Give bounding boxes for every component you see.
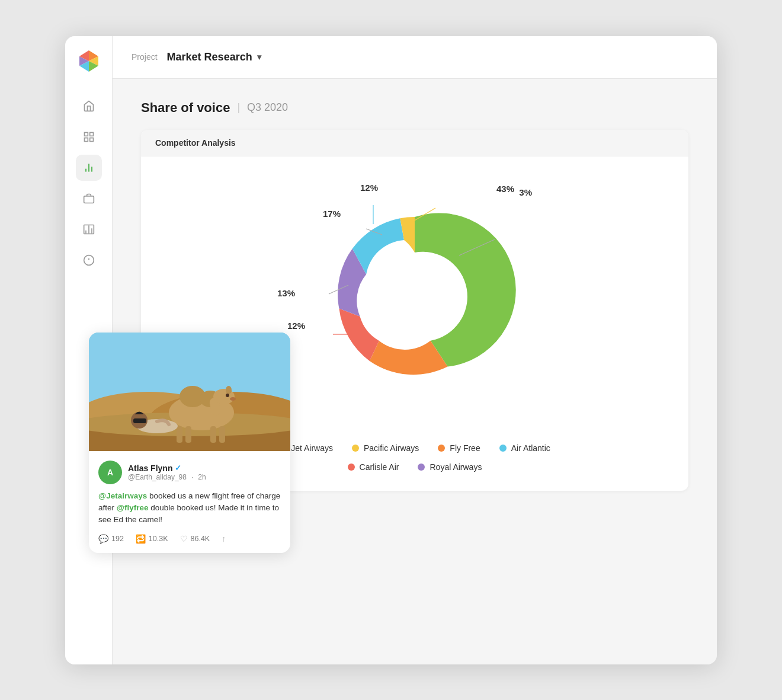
tweet-separator: ·	[191, 473, 193, 481]
tweet-comment-count: 192	[111, 535, 124, 543]
svg-point-33	[226, 394, 229, 397]
pct-label-12a: 12%	[287, 321, 305, 331]
svg-rect-35	[177, 426, 182, 443]
svg-rect-14	[84, 196, 94, 203]
svg-rect-9	[84, 138, 88, 141]
sidebar-nav	[65, 93, 112, 273]
legend-label-jet: Jet Airways	[291, 443, 333, 453]
chevron-down-icon: ▾	[257, 52, 261, 62]
tweet-image	[89, 333, 290, 451]
tweet-like-count: 86.4K	[191, 535, 210, 543]
app-container: Project Market Research ▾ Share of voice…	[65, 36, 717, 664]
legend-dot-royal	[418, 464, 425, 471]
legend-label-fly-free: Fly Free	[450, 443, 480, 453]
legend-dot-carlisle	[348, 464, 355, 471]
share-icon: ↑	[222, 534, 226, 544]
tweet-actions: 💬 192 🔁 10.3K ♡ 86.4K ↑	[98, 534, 281, 544]
pct-label-12b: 12%	[360, 183, 378, 193]
sidebar-item-analytics[interactable]	[76, 216, 102, 242]
tweet-share-action[interactable]: ↑	[222, 534, 226, 544]
card-header: Competitor Analysis	[141, 130, 688, 156]
page-title: Share of voice	[141, 100, 230, 116]
tweet-card: A Atlas Flynn ✓ @Earth_allday_98 · 2h @J…	[89, 333, 290, 554]
legend-pacific-airways: Pacific Airways	[352, 443, 419, 453]
svg-point-32	[226, 386, 232, 394]
sidebar-item-grid[interactable]	[76, 124, 102, 150]
legend-label-pacific: Pacific Airways	[364, 443, 419, 453]
tweet-image-svg	[89, 333, 290, 451]
pct-label-43: 43%	[496, 184, 514, 194]
tweet-mention-2[interactable]: @flyfree	[117, 503, 149, 512]
svg-rect-37	[210, 426, 216, 443]
legend-fly-free: Fly Free	[438, 443, 480, 453]
tweet-handle: @Earth_allday_98	[128, 473, 187, 481]
legend-label-air-atlantic: Air Atlantic	[511, 443, 550, 453]
svg-rect-7	[84, 132, 88, 136]
svg-point-34	[230, 397, 236, 401]
svg-rect-41	[133, 418, 146, 423]
sidebar-item-charts[interactable]	[76, 155, 102, 181]
legend-label-royal: Royal Airways	[430, 462, 482, 472]
pct-label-13: 13%	[277, 288, 295, 298]
comment-icon: 💬	[98, 534, 108, 544]
verified-badge: ✓	[175, 464, 181, 472]
page-separator: |	[237, 101, 240, 114]
legend-dot-air-atlantic	[499, 445, 507, 452]
legend-carlisle-air: Carlisle Air	[348, 462, 399, 472]
tweet-avatar: A	[98, 461, 122, 484]
page-header: Share of voice | Q3 2020	[141, 100, 688, 116]
donut-chart	[261, 175, 569, 424]
legend-dot-fly-free	[438, 445, 445, 452]
chart-legend: Jet Airways Pacific Airways Fly Free	[249, 443, 581, 472]
sidebar-item-home[interactable]	[76, 93, 102, 119]
retweet-icon: 🔁	[136, 534, 146, 544]
page-period: Q3 2020	[247, 101, 288, 114]
pct-label-3: 3%	[519, 187, 532, 197]
segment-carlisle-air	[339, 308, 379, 360]
tweet-retweet-count: 10.3K	[149, 535, 168, 543]
pct-label-17: 17%	[323, 209, 341, 219]
tweet-retweet-action[interactable]: 🔁 10.3K	[136, 534, 168, 544]
legend-label-carlisle: Carlisle Air	[360, 462, 399, 472]
tweet-like-action[interactable]: ♡ 86.4K	[180, 534, 210, 544]
project-label: Project	[132, 52, 158, 62]
svg-rect-8	[89, 132, 93, 136]
project-name: Market Research	[167, 51, 252, 63]
sidebar-item-work[interactable]	[76, 186, 102, 212]
legend-royal-airways: Royal Airways	[418, 462, 482, 472]
sidebar-item-alerts[interactable]	[76, 247, 102, 273]
donut-hole	[373, 252, 456, 335]
legend-air-atlantic: Air Atlantic	[499, 443, 550, 453]
legend-dot-pacific	[352, 445, 359, 452]
tweet-user: A Atlas Flynn ✓ @Earth_allday_98 · 2h	[98, 461, 281, 484]
tweet-username: Atlas Flynn ✓	[128, 464, 206, 473]
tweet-text: @Jetairways booked us a new flight free …	[98, 490, 281, 526]
tweet-user-info: Atlas Flynn ✓ @Earth_allday_98 · 2h	[128, 464, 206, 481]
project-selector[interactable]: Market Research ▾	[167, 51, 261, 63]
tweet-comment-action[interactable]: 💬 192	[98, 534, 124, 544]
heart-icon: ♡	[180, 534, 188, 544]
svg-rect-38	[219, 426, 225, 443]
app-logo[interactable]	[76, 48, 102, 76]
svg-rect-10	[89, 138, 93, 141]
tweet-mention-1[interactable]: @Jetairways	[98, 491, 147, 500]
tweet-time: 2h	[198, 473, 206, 481]
tweet-body: A Atlas Flynn ✓ @Earth_allday_98 · 2h @J…	[89, 451, 290, 554]
svg-rect-36	[185, 426, 191, 443]
topbar: Project Market Research ▾	[113, 36, 717, 79]
